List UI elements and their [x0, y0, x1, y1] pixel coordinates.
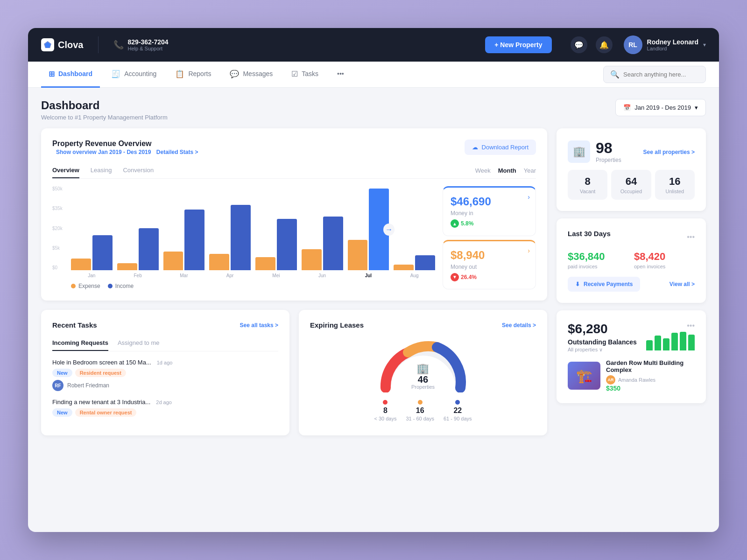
task-1-user-avatar: RF [52, 380, 63, 391]
nav-reports-label: Reports [188, 70, 211, 77]
legend-income: Income [108, 283, 134, 289]
vacant-count: 8 [573, 175, 602, 188]
task-2-time: 2d ago [156, 399, 172, 405]
user-area[interactable]: RL Rodney Leonard Landlord ▾ [624, 35, 706, 54]
phone-info: 📞 829-362-7204 Help & Support [113, 38, 168, 51]
period-year[interactable]: Year [524, 167, 536, 174]
nav-more[interactable]: ••• [330, 62, 352, 88]
task-1-time: 1d ago [157, 360, 173, 365]
money-out-label: Money out [451, 264, 528, 270]
outstanding-amount: $6,280 [568, 322, 637, 336]
download-report-button[interactable]: ☁ Download Report [465, 140, 536, 155]
nav-dashboard-label: Dashboard [58, 70, 92, 77]
x-label-aug: Aug [394, 273, 435, 278]
legend-90days: 22 61 - 90 days [444, 400, 472, 421]
nav-messages[interactable]: 💬 Messages [222, 62, 280, 88]
open-amount: $8,420 [634, 251, 695, 263]
leases-title: Expiring Leases [310, 321, 364, 329]
tab-overview[interactable]: Overview [52, 163, 79, 178]
nav-accounting[interactable]: 🧾 Accounting [104, 62, 164, 88]
tag-new-1: New [52, 369, 72, 377]
main-nav: ⊞ Dashboard 🧾 Accounting 📋 Reports 💬 Mes… [28, 62, 719, 88]
nav-dashboard[interactable]: ⊞ Dashboard [41, 62, 100, 88]
y-label: $5k [52, 245, 63, 251]
bar-income-jun [323, 217, 343, 270]
date-range-button[interactable]: 📅 Jan 2019 - Des 2019 ▾ [615, 99, 706, 116]
legend-dot-blue [455, 400, 460, 405]
x-label-apr: Apr [209, 273, 251, 278]
properties-label: Properties [596, 157, 621, 163]
new-property-button[interactable]: + New Property [485, 36, 551, 53]
paid-label: paid invoices [568, 264, 628, 269]
detailed-stats-link[interactable]: Detailed Stats > [156, 149, 198, 155]
last30-amounts: $36,840 paid invoices $8,420 open invoic… [568, 251, 695, 269]
search-box[interactable]: 🔍 [603, 66, 706, 83]
donut-center: 🏢 46 Properties [411, 363, 435, 390]
mini-bar-2 [655, 336, 661, 350]
y-label: $20k [52, 226, 63, 231]
properties-count: 98 [596, 140, 621, 157]
last30-options[interactable]: ••• [687, 233, 695, 241]
dashboard-nav-icon: ⊞ [49, 70, 55, 78]
bar-group-jan [71, 235, 113, 270]
money-in-arrow[interactable]: › [528, 193, 530, 201]
legend-30days: 8 < 30 days [374, 400, 396, 421]
tasks-nav-icon: ☑ [291, 70, 298, 78]
money-in-change: 5.8% [461, 220, 473, 227]
receive-payments-button[interactable]: ⬇ Receive Payments [568, 277, 640, 292]
last30-title: Last 30 Days [568, 230, 611, 238]
tasks-title: Recent Tasks [52, 321, 97, 329]
tab-incoming-requests[interactable]: Incoming Requests [52, 336, 108, 351]
chart-area: $0 $5k $20k $35k $50k [52, 186, 536, 289]
revenue-title: Property Revenue Overview [52, 140, 198, 148]
donut-building-icon: 🏢 [411, 363, 435, 375]
tab-leasing[interactable]: Leasing [91, 163, 112, 178]
see-all-tasks-link[interactable]: See all tasks > [240, 322, 278, 329]
mini-bar-1 [646, 340, 653, 350]
legend-label-expense: Expense [78, 283, 100, 289]
paid-invoices: $36,840 paid invoices [568, 251, 628, 269]
leases-header: Expiring Leases See details > [310, 321, 536, 329]
chart-tabs: Overview Leasing Conversion Week Month Y… [52, 163, 536, 179]
view-all-link[interactable]: View all > [669, 281, 695, 287]
chart-navigate-right[interactable]: → [383, 224, 395, 236]
mini-bar-3 [663, 338, 669, 350]
period-month[interactable]: Month [498, 167, 516, 174]
period-week[interactable]: Week [475, 167, 491, 174]
recent-tasks-card: Recent Tasks See all tasks > Incoming Re… [41, 310, 289, 435]
user-role: Landlord [647, 46, 698, 51]
bar-income-mar [184, 210, 204, 270]
see-details-link[interactable]: See details > [502, 322, 536, 329]
reports-nav-icon: 📋 [175, 70, 184, 78]
occupied-count: 64 [617, 175, 645, 188]
outstanding-options[interactable]: ••• [687, 322, 695, 330]
tab-assigned-to-me[interactable]: Assigned to me [118, 336, 160, 351]
phone-number: 829-362-7204 [127, 38, 168, 46]
property-user-name: Amanda Rawles [618, 377, 655, 383]
expiring-leases-card: Expiring Leases See details > [299, 310, 547, 435]
legend-expense: Expense [71, 283, 100, 289]
money-out-badge: ▼ 26.4% [451, 273, 477, 281]
legend-dot-red [383, 400, 388, 405]
see-all-properties-link[interactable]: See all properties > [643, 149, 695, 155]
bar-group-apr [209, 205, 251, 270]
legend-label-red: < 30 days [374, 416, 396, 421]
receive-label: Receive Payments [584, 281, 633, 287]
bar-chart-wrap: $0 $5k $20k $35k $50k [52, 186, 435, 289]
chat-icon-button[interactable]: 💬 [571, 36, 587, 53]
y-label: $50k [52, 186, 63, 191]
bar-expense-jul [348, 240, 368, 270]
task-tabs: Incoming Requests Assigned to me [52, 336, 278, 351]
donut-legend: 8 < 30 days 16 31 - 60 days [374, 400, 472, 421]
nav-tasks[interactable]: ☑ Tasks [284, 62, 326, 88]
search-input[interactable] [623, 71, 699, 78]
date-range-label: Jan 2019 - Des 2019 [634, 104, 691, 111]
outstanding-sub[interactable]: All properties ∨ [568, 347, 637, 353]
tasks-header: Recent Tasks See all tasks > [52, 321, 278, 329]
money-out-arrow[interactable]: › [528, 247, 530, 254]
nav-reports[interactable]: 📋 Reports [168, 62, 218, 88]
property-item: 🏗️ Garden Row Multi Building Complex AR … [568, 359, 695, 392]
notification-icon-button[interactable]: 🔔 [596, 36, 613, 53]
logo-text: Clova [58, 40, 83, 50]
tab-conversion[interactable]: Conversion [123, 163, 154, 178]
